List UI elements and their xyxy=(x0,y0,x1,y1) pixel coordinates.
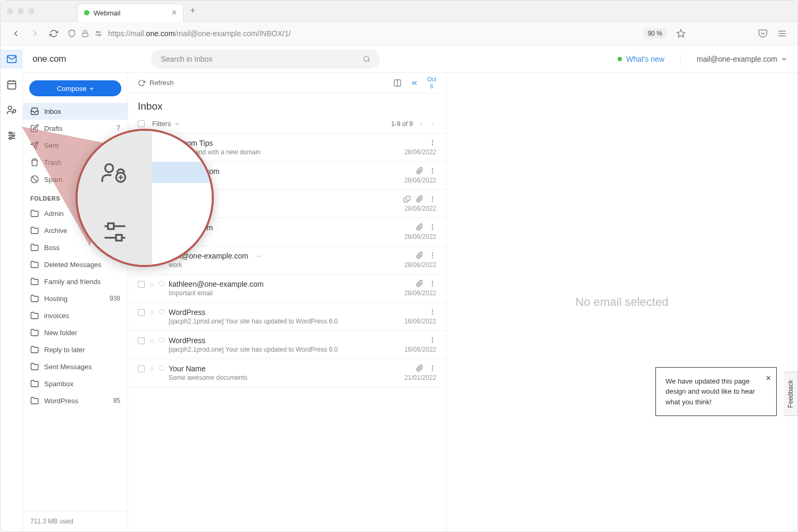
unread-dot-icon[interactable] xyxy=(159,253,164,258)
message-checkbox[interactable] xyxy=(138,225,145,231)
folder-item[interactable]: invoices xyxy=(23,307,128,324)
rail-settings[interactable] xyxy=(1,126,23,145)
next-page-button[interactable] xyxy=(430,121,436,127)
account-menu[interactable]: mail@one-example.com xyxy=(697,55,788,63)
message-row[interactable]: ☆e-example.com28/06/2022 xyxy=(128,162,446,190)
more-icon[interactable] xyxy=(429,280,436,287)
minimize-window-icon[interactable] xyxy=(18,8,24,14)
message-checkbox[interactable] xyxy=(138,337,145,344)
rail-contacts[interactable] xyxy=(1,101,23,120)
folder-item[interactable]: New folder xyxy=(23,324,128,341)
message-row[interactable]: ☆example.com28/06/2022 xyxy=(128,218,446,246)
star-icon[interactable]: ☆ xyxy=(149,281,155,288)
unread-dot-icon[interactable] xyxy=(159,309,164,314)
star-icon[interactable]: ☆ xyxy=(149,253,155,260)
message-row[interactable]: ☆WordPress[qacph2.1prod.one] Your site h… xyxy=(128,331,446,359)
browser-tab[interactable]: Webmail × xyxy=(77,4,184,22)
message-row[interactable]: ☆rgot@one-example.com →work28/06/2022 xyxy=(128,246,446,275)
sidebar-item-inbox[interactable]: Inbox xyxy=(23,103,128,120)
unread-dot-icon[interactable] xyxy=(159,196,164,202)
star-icon[interactable]: ☆ xyxy=(149,168,155,176)
message-checkbox[interactable] xyxy=(138,168,145,175)
folder-item[interactable]: Boss xyxy=(23,239,128,256)
unread-dot-icon[interactable] xyxy=(159,365,164,371)
folder-item[interactable]: WordPress85 xyxy=(23,392,128,409)
star-icon[interactable]: ☆ xyxy=(149,309,155,317)
message-row[interactable]: ☆Your NameSome awesome documents21/01/20… xyxy=(128,359,446,387)
more-icon[interactable] xyxy=(429,336,436,344)
more-icon[interactable] xyxy=(429,252,436,259)
select-all-checkbox[interactable] xyxy=(138,120,145,127)
folder-item[interactable]: Admin xyxy=(23,205,128,222)
folder-icon xyxy=(30,362,39,371)
message-row[interactable]: ☆WordPress[qacph2.1prod.one] Your site h… xyxy=(128,303,446,331)
more-icon[interactable] xyxy=(429,139,436,146)
message-row[interactable]: ☆one.com Tipsst your brand with a new do… xyxy=(128,134,446,162)
zoom-indicator[interactable]: 90 % xyxy=(644,28,667,39)
sidebar-item-spam[interactable]: Spam xyxy=(23,171,128,188)
sidebar-item-trash[interactable]: Trash xyxy=(23,154,128,171)
unread-dot-icon[interactable] xyxy=(159,281,164,286)
date-indicator[interactable]: Oct6 xyxy=(427,76,436,89)
more-icon[interactable] xyxy=(429,195,436,203)
collapse-icon[interactable] xyxy=(410,79,419,87)
message-checkbox[interactable] xyxy=(138,309,145,316)
layout-toggle-icon[interactable] xyxy=(393,79,402,87)
app-rail xyxy=(1,45,23,531)
unread-dot-icon[interactable] xyxy=(159,225,164,230)
pocket-icon[interactable] xyxy=(758,29,768,38)
rail-calendar[interactable] xyxy=(1,75,23,94)
menu-icon[interactable] xyxy=(777,29,787,38)
sidebar-item-drafts[interactable]: Drafts7 xyxy=(23,120,128,137)
close-window-icon[interactable] xyxy=(7,8,13,14)
whats-new-link[interactable]: What's new xyxy=(618,55,664,63)
bookmark-star-icon[interactable] xyxy=(676,29,686,38)
star-icon[interactable]: ☆ xyxy=(149,140,155,147)
search-input[interactable]: Search in Inbox xyxy=(151,49,380,69)
message-row[interactable]: ☆kathleen@one-example.comImportant email… xyxy=(128,275,446,303)
zoom-window-icon[interactable] xyxy=(28,8,35,14)
message-checkbox[interactable] xyxy=(138,196,145,203)
more-icon[interactable] xyxy=(429,364,436,372)
folder-item[interactable]: Archive xyxy=(23,222,128,239)
folder-item[interactable]: Spambox xyxy=(23,375,128,392)
unread-dot-icon[interactable] xyxy=(159,140,164,145)
star-icon[interactable]: ☆ xyxy=(149,365,155,373)
refresh-button[interactable]: Refresh xyxy=(138,79,174,87)
message-checkbox[interactable] xyxy=(138,253,145,260)
unread-dot-icon[interactable] xyxy=(159,337,164,343)
new-tab-button[interactable]: + xyxy=(190,5,196,16)
rail-mail[interactable] xyxy=(1,49,23,69)
unread-dot-icon[interactable] xyxy=(159,168,164,173)
feedback-tab[interactable]: Feedback xyxy=(784,372,798,416)
tab-close-icon[interactable]: × xyxy=(172,8,177,18)
share-icon[interactable] xyxy=(403,195,411,203)
filters-dropdown[interactable]: Filters xyxy=(152,120,180,128)
star-icon[interactable]: ☆ xyxy=(149,196,155,204)
more-icon[interactable] xyxy=(429,308,436,315)
folder-item[interactable]: Deleted Messages xyxy=(23,256,128,273)
back-button[interactable] xyxy=(11,29,21,38)
folder-item[interactable]: Hosting938 xyxy=(23,290,128,307)
folder-icon xyxy=(30,226,39,235)
more-icon[interactable] xyxy=(429,223,436,231)
star-icon[interactable]: ☆ xyxy=(149,337,155,345)
message-row[interactable]: ☆example.com28/06/2022 xyxy=(128,190,446,218)
compose-button[interactable]: Compose + xyxy=(29,80,121,96)
sidebar-item-sent[interactable]: Sent xyxy=(23,137,128,154)
more-icon[interactable] xyxy=(429,167,436,174)
message-checkbox[interactable] xyxy=(138,365,145,372)
folder-item[interactable]: Reply to later xyxy=(23,341,128,358)
close-feedback-button[interactable]: × xyxy=(766,372,771,385)
folder-item[interactable]: Family and friends xyxy=(23,273,128,290)
message-checkbox[interactable] xyxy=(138,281,145,288)
folder-item[interactable]: Sent Messages xyxy=(23,358,128,375)
star-icon[interactable]: ☆ xyxy=(149,225,155,232)
message-checkbox[interactable] xyxy=(138,140,145,147)
svg-point-35 xyxy=(432,172,433,173)
forward-button[interactable] xyxy=(30,29,40,38)
prev-page-button[interactable] xyxy=(418,121,425,127)
reload-button[interactable] xyxy=(49,29,58,38)
address-bar[interactable]: https://mail.one.com/mail@one-example.co… xyxy=(68,29,634,38)
svg-point-34 xyxy=(432,170,433,171)
